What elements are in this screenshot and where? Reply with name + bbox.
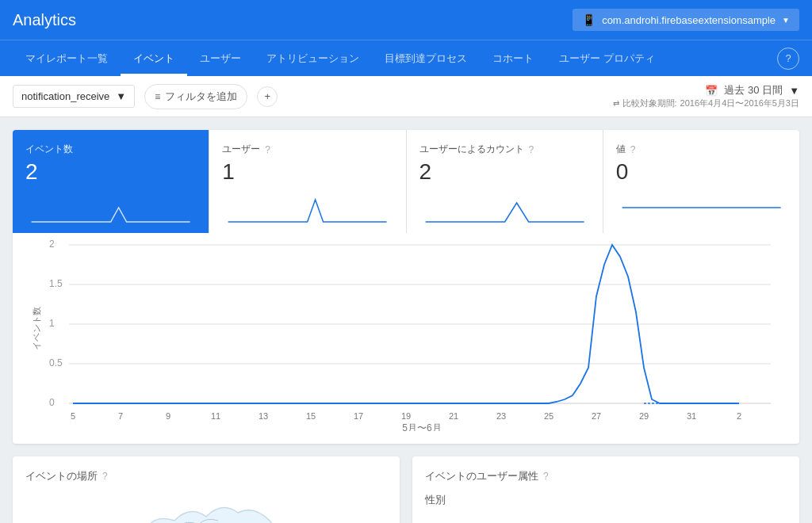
svg-text:23: 23 <box>496 411 506 421</box>
svg-text:0: 0 <box>49 397 55 408</box>
calendar-icon: 📅 <box>705 85 718 97</box>
stats-chart-card: イベント数 2 ユーザー ? 1 <box>13 130 799 444</box>
compare-icon: ⇄ <box>613 99 619 108</box>
nav-item-funnel[interactable]: 目標到達プロセス <box>372 40 480 76</box>
comparison-prefix: 比較対象期間: <box>622 97 677 109</box>
nav-item-user-properties[interactable]: ユーザー プロパティ <box>546 40 668 76</box>
filter-add-button[interactable]: + <box>257 86 278 107</box>
app-icon-symbol: 📱 <box>582 13 596 26</box>
stat-user-count[interactable]: ユーザーによるカウント ? 2 <box>407 130 603 233</box>
svg-text:2: 2 <box>737 411 741 421</box>
app-title: Analytics <box>13 11 76 29</box>
nav-item-attribution[interactable]: アトリビューション <box>254 40 372 76</box>
svg-text:1: 1 <box>49 318 55 329</box>
svg-text:2: 2 <box>49 239 55 250</box>
svg-text:13: 13 <box>259 411 268 421</box>
sparkline-events <box>25 192 196 223</box>
svg-text:15: 15 <box>306 411 316 421</box>
app-selector-arrow: ▼ <box>782 16 790 25</box>
svg-text:19: 19 <box>401 411 411 421</box>
svg-text:9: 9 <box>166 411 170 421</box>
svg-text:25: 25 <box>544 411 553 421</box>
app-name-label: com.androhi.firebaseextensionsample <box>602 14 776 26</box>
date-selector[interactable]: 📅 過去 30 日間 ▼ ⇄ 比較対象期間: 2016年4月4日〜2016年5月… <box>613 83 799 109</box>
comparison-range: 2016年4月4日〜2016年5月3日 <box>680 97 799 109</box>
svg-text:0.5: 0.5 <box>49 357 63 368</box>
stat-event-count-value: 2 <box>25 159 196 185</box>
event-location-help-icon[interactable]: ? <box>102 471 108 482</box>
date-comparison: ⇄ 比較対象期間: 2016年4月4日〜2016年5月3日 <box>613 97 799 109</box>
map-placeholder <box>25 493 387 523</box>
nav-item-users[interactable]: ユーザー <box>187 40 254 76</box>
svg-text:29: 29 <box>639 411 649 421</box>
sparkline-value <box>616 192 787 223</box>
svg-text:5: 5 <box>71 411 75 421</box>
stat-user-count-value: 2 <box>419 159 590 185</box>
svg-text:7: 7 <box>118 411 123 421</box>
main-content: イベント数 2 ユーザー ? 1 <box>0 117 812 523</box>
event-user-attributes-card: イベントのユーザー属性 ? 性別 <box>412 456 799 523</box>
filter-icon: ≡ <box>155 91 160 102</box>
nav-item-events[interactable]: イベント <box>121 40 187 76</box>
date-dropdown-arrow: ▼ <box>789 85 799 97</box>
date-range-selector[interactable]: 📅 過去 30 日間 ▼ <box>705 83 799 97</box>
date-range-label: 過去 30 日間 <box>724 83 783 97</box>
svg-text:11: 11 <box>211 411 220 421</box>
event-selector-arrow: ▼ <box>116 90 126 102</box>
nav-item-cohort[interactable]: コホート <box>480 40 546 76</box>
sparkline-users <box>222 192 393 223</box>
map-svg <box>127 497 285 523</box>
filter-button[interactable]: ≡ フィルタを追加 <box>144 84 247 109</box>
main-chart: 2 1.5 1 0.5 0 イベント数 5 7 9 <box>25 233 787 431</box>
stats-row: イベント数 2 ユーザー ? 1 <box>13 130 799 233</box>
svg-text:1.5: 1.5 <box>49 278 63 289</box>
stat-event-count[interactable]: イベント数 2 <box>13 130 209 233</box>
bottom-row: イベントの場所 ? イベントのユーザー属性 ? 性別 <box>13 456 799 523</box>
stat-value-help-icon[interactable]: ? <box>630 144 636 155</box>
event-location-card: イベントの場所 ? <box>13 456 400 523</box>
chart-area: 2 1.5 1 0.5 0 イベント数 5 7 9 <box>13 233 799 444</box>
stat-user-count-help-icon[interactable]: ? <box>529 144 534 155</box>
svg-text:17: 17 <box>354 411 363 421</box>
stat-user-count-title: ユーザーによるカウント ? <box>419 143 590 156</box>
event-location-title: イベントの場所 ? <box>25 469 387 483</box>
svg-text:31: 31 <box>687 411 696 421</box>
plus-icon: + <box>264 90 270 102</box>
stat-users-title: ユーザー ? <box>222 143 393 156</box>
event-selector-label: notification_receive <box>21 90 109 102</box>
svg-text:21: 21 <box>449 411 458 421</box>
event-selector[interactable]: notification_receive ▼ <box>13 85 135 108</box>
stat-users[interactable]: ユーザー ? 1 <box>209 130 406 233</box>
filter-label: フィルタを追加 <box>165 90 237 104</box>
header: Analytics 📱 com.androhi.firebaseextensio… <box>0 0 812 40</box>
stat-users-value: 1 <box>222 159 393 185</box>
svg-text:イベント数: イベント数 <box>32 307 41 350</box>
gender-label: 性別 <box>425 493 787 507</box>
nav-item-reports[interactable]: マイレポート一覧 <box>13 40 121 76</box>
svg-text:5月〜6月: 5月〜6月 <box>402 422 441 431</box>
nav-bar: マイレポート一覧 イベント ユーザー アトリビューション 目標到達プロセス コホ… <box>0 40 812 76</box>
stat-value[interactable]: 値 ? 0 <box>603 130 799 233</box>
stat-value-title: 値 ? <box>616 143 787 156</box>
sparkline-user-count <box>419 192 590 223</box>
stat-event-count-title: イベント数 <box>25 143 196 156</box>
stat-users-help-icon[interactable]: ? <box>265 144 270 155</box>
stat-value-number: 0 <box>616 159 787 185</box>
svg-text:27: 27 <box>592 411 601 421</box>
app-selector[interactable]: 📱 com.androhi.firebaseextensionsample ▼ <box>573 9 799 31</box>
event-user-attributes-help-icon[interactable]: ? <box>543 471 549 482</box>
event-user-attributes-title: イベントのユーザー属性 ? <box>425 469 787 483</box>
toolbar: notification_receive ▼ ≡ フィルタを追加 + 📅 過去 … <box>0 76 812 117</box>
help-button[interactable]: ? <box>777 48 799 70</box>
